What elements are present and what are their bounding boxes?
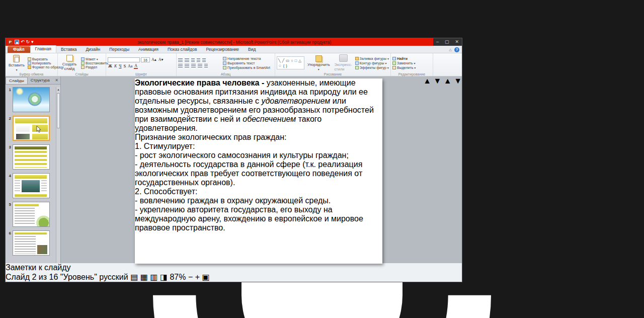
qat-dropdown-icon[interactable]: ▾ [31, 39, 34, 45]
zoom-in-button[interactable]: + [195, 273, 200, 281]
shape-icon[interactable]: { [283, 63, 285, 68]
line-spacing-icon[interactable] [202, 58, 206, 62]
tab-file[interactable]: Файл [8, 46, 30, 53]
zoom-level[interactable]: 87% [170, 273, 186, 281]
slide-scrollbar[interactable]: ▲ ▼ ▲ ▼ [423, 76, 462, 263]
paste-button[interactable]: Вставить▾ [7, 54, 26, 71]
title-bar[interactable]: P ↶ ↻ ▾ экологические права_1 [Режим сов… [6, 38, 462, 46]
shapes-gallery[interactable]: ╲ ╱ ▭ ○ □ △ ☆ { } [277, 56, 304, 69]
close-button[interactable]: ✕ [455, 38, 459, 46]
tab-insert[interactable]: Вставка [56, 46, 82, 53]
text-direction-button[interactable]: Направление текста [223, 57, 270, 60]
clipboard-group: Вставить▾ Вырезать Копировать Формат по … [6, 53, 58, 76]
language-status[interactable]: русский [99, 273, 128, 281]
columns-icon[interactable] [204, 64, 208, 67]
reset-button[interactable]: Восстановить [81, 61, 108, 65]
font-color-button[interactable]: A [134, 63, 138, 69]
shape-icon[interactable]: □ [295, 58, 297, 63]
select-button[interactable]: Выделить▾ [392, 66, 416, 69]
pane-scrollbar[interactable]: ▲ [56, 87, 60, 263]
tab-transitions[interactable]: Переходы [105, 46, 134, 53]
replace-button[interactable]: Заменить▾ [392, 61, 416, 65]
slideshow-view-button[interactable]: ◨ [160, 273, 168, 281]
font-name-combobox[interactable] [108, 57, 140, 62]
reading-view-button[interactable]: ▥ [150, 273, 157, 281]
shape-icon[interactable]: ○ [291, 58, 293, 63]
tab-design[interactable]: Дизайн [82, 46, 105, 53]
promotes-note[interactable]: 2. Способствует: - вовлечению граждан в … [135, 187, 382, 232]
find-button[interactable]: Найти [392, 57, 416, 60]
collapse-ribbon-icon[interactable]: △ [449, 48, 452, 52]
recognition-textbox[interactable]: Признание экологических прав граждан: [135, 133, 382, 142]
align-right-icon[interactable] [191, 64, 196, 67]
slide-thumbnail-2[interactable]: 2 [7, 116, 59, 141]
definition-textbox[interactable]: Экологические права человека - узаконенн… [135, 78, 382, 133]
shape-icon[interactable]: ☆ [278, 63, 282, 68]
minimize-button[interactable]: – [436, 38, 439, 46]
text-shadow-button[interactable]: S [123, 64, 126, 68]
indent-increase-icon[interactable] [197, 58, 200, 62]
align-left-icon[interactable] [178, 64, 183, 67]
scroll-down-icon[interactable]: ▼ [434, 76, 442, 85]
convert-smartart-button[interactable]: Преобразовать в SmartArt [223, 66, 270, 69]
section-button[interactable]: Раздел [81, 65, 108, 69]
tab-review[interactable]: Рецензирование [201, 46, 244, 53]
stimulates-note[interactable]: 1. Стимулирует: - рост экологического са… [135, 142, 382, 187]
tab-view[interactable]: Вид [244, 46, 260, 53]
shape-icon[interactable]: } [286, 63, 287, 68]
align-text-button[interactable]: Выровнять текст [223, 61, 270, 65]
grow-font-icon[interactable]: A▴ [151, 57, 157, 62]
arrange-button[interactable]: Упорядочить▾ [306, 54, 332, 71]
shape-icon[interactable]: ▭ [286, 58, 289, 63]
slide-thumbnail-1[interactable]: 1 [7, 87, 59, 112]
scroll-up-icon[interactable]: ▲ [56, 87, 60, 92]
help-icon[interactable]: ? [454, 47, 459, 52]
fit-to-window-button[interactable]: ▣ [202, 273, 210, 281]
font-size-combobox[interactable]: 16 [141, 57, 150, 62]
shrink-font-icon[interactable]: A▾ [158, 57, 164, 62]
layout-button[interactable]: Макет▾ [81, 57, 108, 61]
slide-thumbnail-5[interactable]: 5 [7, 202, 59, 227]
normal-view-button[interactable]: ▤ [130, 273, 138, 281]
indent-decrease-icon[interactable] [191, 58, 195, 62]
bullets-icon[interactable] [178, 58, 183, 62]
change-case-button[interactable]: Aa [127, 64, 133, 68]
shape-icon[interactable]: ╱ [282, 58, 285, 63]
undo-icon[interactable]: ↶ [21, 39, 25, 45]
tab-home[interactable]: Главная [30, 45, 56, 53]
underline-button[interactable]: Ч [118, 64, 122, 68]
bold-button[interactable]: Ж [108, 64, 113, 68]
pane-tab-outline[interactable]: Структура [28, 77, 53, 84]
pane-scroll-thumb[interactable] [57, 93, 60, 128]
redo-icon[interactable]: ↻ [26, 39, 30, 45]
new-slide-button[interactable]: Создать слайд [59, 54, 79, 71]
font-group: 16 A▴ A▾ Ж К Ч S Aa A Шрифт [106, 53, 177, 76]
save-icon[interactable] [15, 40, 19, 44]
zoom-out-button[interactable]: − [188, 273, 193, 281]
align-center-icon[interactable] [185, 64, 189, 67]
shape-effects-button[interactable]: Эффекты фигур▾ [355, 66, 389, 69]
quick-styles-button[interactable]: Экспресс-стили [333, 54, 354, 71]
shape-icon[interactable]: △ [298, 58, 301, 63]
pane-tab-slides[interactable]: Слайды [6, 77, 28, 84]
italic-button[interactable]: К [114, 64, 117, 68]
shape-outline-button[interactable]: Контур фигуры▾ [355, 61, 389, 65]
scroll-up-icon[interactable]: ▲ [423, 76, 431, 85]
next-slide-icon[interactable]: ▼ [454, 76, 462, 85]
numbering-icon[interactable] [185, 58, 189, 62]
slide-sorter-view-button[interactable]: ▦ [140, 273, 148, 281]
meeting-window: P ↶ ↻ ▾ экологические права_1 [Режим сов… [0, 0, 644, 318]
restore-button[interactable]: ▢ [445, 38, 449, 46]
slide-thumbnail-4[interactable]: 4 [7, 173, 59, 198]
pane-close-icon[interactable]: ✕ [55, 78, 60, 83]
justify-icon[interactable] [198, 64, 202, 67]
notes-area[interactable]: Заметки к слайду [6, 263, 462, 272]
shape-fill-button[interactable]: Заливка фигуры▾ [355, 57, 389, 60]
tab-animations[interactable]: Анимация [134, 46, 163, 53]
slide-thumbnail-3[interactable]: 3 [7, 144, 59, 170]
slide-canvas[interactable]: Экологические права человека - узаконенн… [135, 78, 382, 264]
shape-icon[interactable]: ╲ [278, 58, 281, 63]
slide-thumbnail-6[interactable]: 6 [7, 230, 59, 256]
previous-slide-icon[interactable]: ▲ [444, 76, 452, 85]
tab-slideshow[interactable]: Показ слайдов [163, 46, 202, 53]
